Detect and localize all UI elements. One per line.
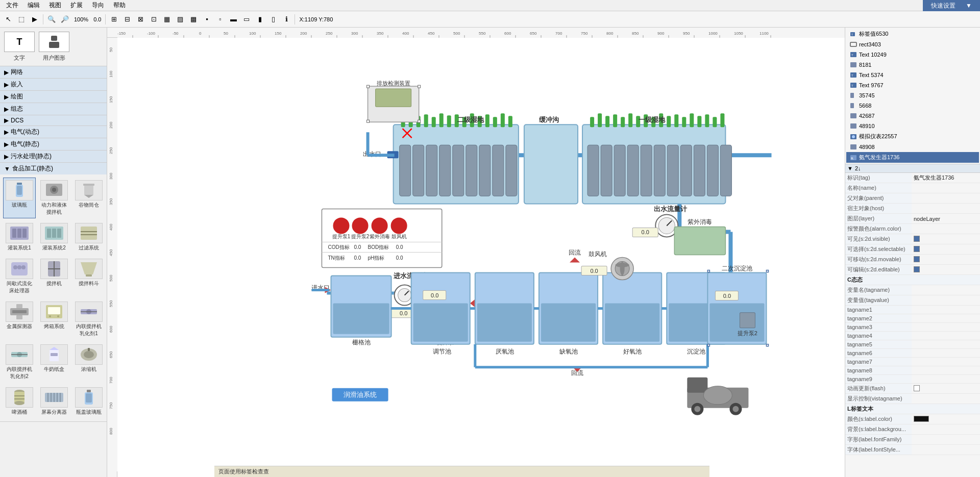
component-milk-carton[interactable]: 牛奶纸盒 (38, 342, 70, 383)
toolbar-btn5[interactable]: ▦ (161, 13, 173, 26)
section-embed-header[interactable]: ▶ 嵌入 (0, 79, 107, 90)
menu-file[interactable]: 文件 (2, 0, 22, 11)
right-item-48908[interactable]: 48908 (846, 142, 979, 152)
prop-val-name[interactable] (912, 183, 980, 193)
visible-checkbox[interactable] (914, 236, 920, 242)
prop-val-tagname1[interactable] (912, 306, 980, 314)
prop-val-tag[interactable]: 氨气发生器1736 (912, 173, 980, 183)
selectable-checkbox[interactable] (914, 246, 920, 252)
component-fluidbed[interactable]: 间歇式流化床处理器 (3, 256, 36, 297)
prop-val-font-style[interactable] (912, 445, 980, 455)
prop-val-label-color[interactable] (912, 414, 980, 424)
section-network-header[interactable]: ▶ 网络 (0, 66, 107, 78)
prop-val-font-family[interactable] (912, 435, 980, 445)
component-glass-bottle[interactable]: 玻璃瓶 (3, 178, 36, 218)
section-wastewater-header[interactable]: ▶ 污水处理(静态) (0, 150, 107, 162)
toolbar-btn12[interactable]: ▮ (254, 13, 266, 26)
component-inline-mixer2[interactable]: 内联搅拌机乳化剂2 (3, 342, 36, 383)
toolbar-pointer[interactable]: ↖ (2, 13, 14, 26)
prop-val-flash[interactable] (912, 384, 980, 394)
toolbar-btn9[interactable]: ▫ (214, 13, 226, 26)
right-item-text9767[interactable]: T Text 9767 (846, 80, 979, 90)
toolbar-btn13[interactable]: ▯ (267, 13, 279, 26)
menu-view[interactable]: 视图 (45, 0, 65, 11)
editable-checkbox[interactable] (914, 266, 920, 272)
prop-val-vistagname[interactable] (912, 394, 980, 404)
right-item-tag6530[interactable]: T 标签值6530 (846, 29, 979, 39)
lubrication-btn-text[interactable]: 润滑油系统 (344, 391, 377, 398)
component-beer-barrel[interactable]: 啤酒桶 (3, 385, 36, 418)
prop-val-tagname5[interactable] (912, 340, 980, 349)
section-config-header[interactable]: ▶ 组态 (0, 103, 107, 115)
component-fill1[interactable]: 灌装系统1 (3, 220, 36, 254)
quicksettings-bar[interactable]: 快速设置 ▼ (923, 0, 980, 11)
component-bottle-cap[interactable]: 瓶盖玻璃瓶 (72, 385, 105, 418)
toolbar-zoomin[interactable]: 🔎 (59, 13, 71, 26)
prop-val-editable[interactable] (912, 265, 980, 275)
prop-val-tagname[interactable] (912, 285, 980, 295)
toolbar-zoomout[interactable]: 🔍 (45, 13, 58, 26)
toolbar-btn6[interactable]: ▨ (174, 13, 186, 26)
canvas-content[interactable]: 二级湿地 缓冲沟 一级湿地 排放检测装置 出水口 (117, 38, 845, 477)
prop-val-visible[interactable] (912, 234, 980, 244)
component-hopper[interactable]: 搅拌料斗 (72, 256, 105, 297)
prop-val-tagname2[interactable] (912, 314, 980, 323)
prop-val-tagname8[interactable] (912, 366, 980, 375)
right-item-rect3403[interactable]: rect3403 (846, 39, 979, 49)
prop-val-parent[interactable] (912, 193, 980, 204)
quicksettings-arrow[interactable]: ▼ (962, 1, 976, 10)
right-item-ammonia1736[interactable]: 氨 氨气发生器1736 (846, 152, 979, 163)
section-elec-static-header[interactable]: ▶ 电气(静态) (0, 138, 107, 150)
prop-val-movable[interactable] (912, 255, 980, 265)
toolbar-btn8[interactable]: ▪ (201, 13, 213, 26)
right-item-instrument22557[interactable]: 模拟仪表22557 (846, 131, 979, 142)
menu-extend[interactable]: 扩展 (66, 0, 87, 11)
component-screen-separator[interactable]: 屏幕分离器 (38, 385, 70, 418)
toolbar-play[interactable]: ▶ (29, 13, 41, 26)
right-item-48910[interactable]: 48910 (846, 121, 979, 131)
prop-val-tagname9[interactable] (912, 375, 980, 384)
toolbar-btn7[interactable]: ▩ (187, 13, 200, 26)
canvas-area[interactable]: -150 -100 -50 0 50 100 150 200 250 300 3… (107, 28, 845, 477)
component-concentrator[interactable]: 浓缩机 (72, 342, 105, 383)
section-food-header[interactable]: ▼ 食品加工(静态) (0, 163, 107, 174)
section-draw-header[interactable]: ▶ 绘图 (0, 91, 107, 103)
component-agitator[interactable]: 搅拌机 (38, 256, 70, 297)
component-metal-detector[interactable]: 金属探测器 (3, 299, 36, 340)
prop-val-alarm[interactable] (912, 224, 980, 234)
prop-val-tagname7[interactable] (912, 358, 980, 366)
prop-val-layer[interactable]: nodeLayer (912, 214, 980, 224)
flash-checkbox[interactable] (914, 385, 920, 391)
prop-val-host[interactable] (912, 204, 980, 214)
toolbar-btn2[interactable]: ⊟ (121, 13, 133, 26)
prop-val-tagname4[interactable] (912, 332, 980, 340)
toolbar-btn3[interactable]: ⊠ (134, 13, 146, 26)
right-item-35745[interactable]: 35745 (846, 90, 979, 101)
toolbar-btn10[interactable]: ▬ (227, 13, 239, 26)
component-filter[interactable]: 过滤系统 (72, 220, 105, 254)
toolbar-select[interactable]: ⬚ (15, 13, 28, 26)
component-fill2[interactable]: 灌装系统2 (38, 220, 70, 254)
text-tool[interactable]: T 文字 (4, 32, 35, 62)
right-item-text10249[interactable]: T Text 10249 (846, 49, 979, 60)
prop-val-tagname3[interactable] (912, 323, 980, 332)
menu-guide[interactable]: 导向 (88, 0, 108, 11)
user-icon-tool[interactable]: 用户图形 (39, 32, 69, 62)
toolbar-btn4[interactable]: ⊡ (148, 13, 160, 26)
right-item-5668[interactable]: 5668 (846, 101, 979, 111)
section-elec-dynamic-header[interactable]: ▶ 电气(动态) (0, 126, 107, 138)
movable-checkbox[interactable] (914, 256, 920, 262)
label-color-swatch[interactable] (914, 416, 929, 422)
component-mixer[interactable]: 动力和液体搅拌机 (38, 178, 70, 218)
right-item-42687[interactable]: 42687 (846, 111, 979, 121)
component-inline-mixer1[interactable]: 内联搅拌机乳化剂1 (72, 299, 105, 340)
toolbar-info[interactable]: ℹ (280, 13, 292, 26)
menu-help[interactable]: 帮助 (109, 0, 130, 11)
component-silo[interactable]: 谷物筒仓 (72, 178, 105, 218)
menu-edit[interactable]: 编辑 (23, 0, 44, 11)
right-item-8181[interactable]: 8181 (846, 60, 979, 70)
prop-val-tagvalue[interactable] (912, 295, 980, 306)
right-item-text5374[interactable]: T Text 5374 (846, 70, 979, 80)
toolbar-btn1[interactable]: ⊞ (108, 13, 120, 26)
toolbar-btn11[interactable]: ▭ (240, 13, 253, 26)
